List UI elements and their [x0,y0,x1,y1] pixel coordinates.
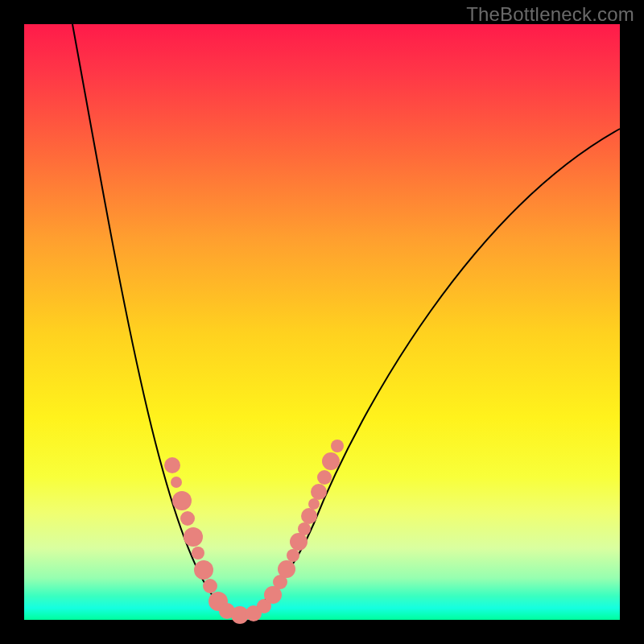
bead [311,484,327,500]
bead [301,508,317,524]
bead [184,527,203,547]
bead [322,452,340,470]
bead [194,560,213,580]
bead [290,533,308,551]
bead [180,511,195,526]
bead [331,440,344,452]
bead [308,498,320,510]
bead [317,470,332,485]
bead [203,579,217,593]
bead [164,457,180,473]
chart-frame: TheBottleneck.com [0,0,644,644]
beads-group [164,440,344,624]
watermark-text: TheBottleneck.com [466,3,634,26]
bead [192,547,204,559]
bead [172,491,192,510]
bead [278,560,295,578]
bead [298,522,311,535]
plot-area [24,24,620,620]
bead [171,477,182,488]
curve-svg [24,24,620,620]
bead [287,549,299,562]
curve-left-branch [72,24,240,616]
